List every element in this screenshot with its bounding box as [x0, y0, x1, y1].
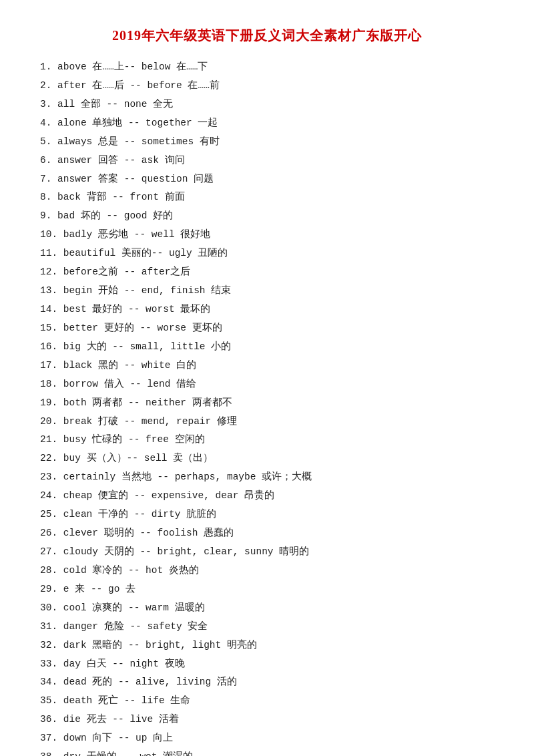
list-item: 9. bad 坏的 -- good 好的: [40, 207, 494, 226]
list-item: 28. cold 寒冷的 -- hot 炎热的: [40, 562, 494, 580]
list-item: 5. always 总是 -- sometimes 有时: [40, 133, 494, 152]
list-item: 15. better 更好的 -- worse 更坏的: [40, 319, 494, 338]
list-item: 30. cool 凉爽的 -- warm 温暖的: [40, 599, 494, 618]
list-item: 38. dry 干燥的 -- wet 潮湿的: [40, 748, 494, 756]
list-item: 31. danger 危险 -- safety 安全: [40, 618, 494, 636]
page-title: 2019年六年级英语下册反义词大全素材广东版开心: [40, 27, 494, 45]
word-list: 1. above 在……上-- below 在……下2. after 在……后 …: [40, 58, 494, 756]
list-item: 4. alone 单独地 -- together 一起: [40, 114, 494, 133]
list-item: 8. back 背部 -- front 前面: [40, 188, 494, 207]
list-item: 6. answer 回答 -- ask 询问: [40, 152, 494, 170]
list-item: 12. before之前 -- after之后: [40, 263, 494, 282]
list-item: 27. cloudy 天阴的 -- bright, clear, sunny 晴…: [40, 543, 494, 562]
list-item: 25. clean 干净的 -- dirty 肮脏的: [40, 506, 494, 524]
list-item: 14. best 最好的 -- worst 最坏的: [40, 301, 494, 319]
list-item: 24. cheap 便宜的 -- expensive, dear 昂贵的: [40, 487, 494, 506]
list-item: 22. buy 买（入）-- sell 卖（出）: [40, 449, 494, 468]
list-item: 21. busy 忙碌的 -- free 空闲的: [40, 431, 494, 449]
list-item: 11. beautiful 美丽的-- ugly 丑陋的: [40, 244, 494, 263]
list-item: 7. answer 答案 -- question 问题: [40, 170, 494, 189]
list-item: 19. both 两者都 -- neither 两者都不: [40, 394, 494, 413]
list-item: 29. e 来 -- go 去: [40, 580, 494, 599]
list-item: 16. big 大的 -- small, little 小的: [40, 338, 494, 357]
list-item: 20. break 打破 -- mend, repair 修理: [40, 413, 494, 431]
list-item: 34. dead 死的 -- alive, living 活的: [40, 673, 494, 692]
list-item: 18. borrow 借入 -- lend 借给: [40, 375, 494, 394]
list-item: 33. day 白天 -- night 夜晚: [40, 655, 494, 674]
list-item: 17. black 黑的 -- white 白的: [40, 357, 494, 375]
list-item: 35. death 死亡 -- life 生命: [40, 692, 494, 711]
list-item: 3. all 全部 -- none 全无: [40, 96, 494, 114]
list-item: 13. begin 开始 -- end, finish 结束: [40, 282, 494, 301]
list-item: 32. dark 黑暗的 -- bright, light 明亮的: [40, 636, 494, 655]
list-item: 26. clever 聪明的 -- foolish 愚蠢的: [40, 524, 494, 543]
list-item: 36. die 死去 -- live 活着: [40, 711, 494, 729]
list-item: 2. after 在……后 -- before 在……前: [40, 77, 494, 96]
list-item: 23. certainly 当然地 -- perhaps, maybe 或许；大…: [40, 468, 494, 487]
list-item: 10. badly 恶劣地 -- well 很好地: [40, 226, 494, 244]
list-item: 37. down 向下 -- up 向上: [40, 729, 494, 748]
list-item: 1. above 在……上-- below 在……下: [40, 58, 494, 77]
